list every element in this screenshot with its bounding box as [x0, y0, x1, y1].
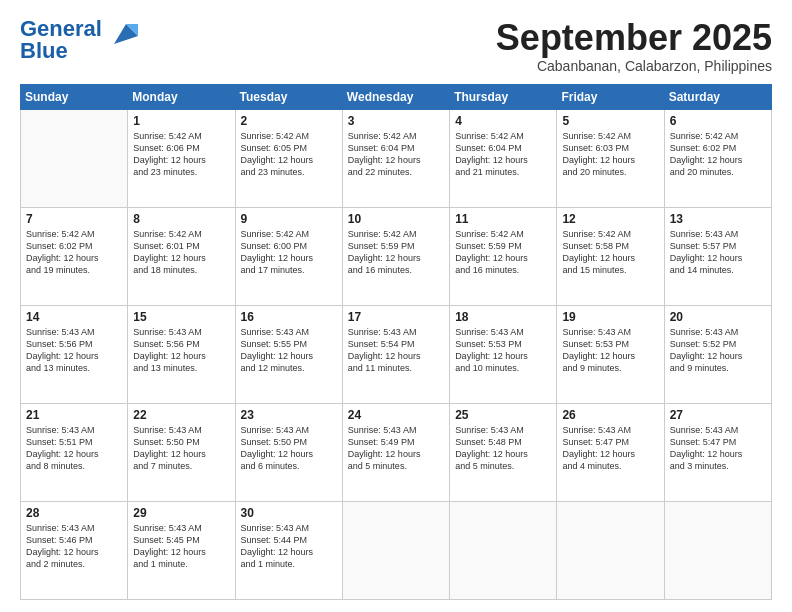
calendar-cell: 30Sunrise: 5:43 AM Sunset: 5:44 PM Dayli… [235, 501, 342, 599]
day-number: 19 [562, 310, 658, 324]
calendar-cell: 19Sunrise: 5:43 AM Sunset: 5:53 PM Dayli… [557, 305, 664, 403]
calendar-cell: 6Sunrise: 5:42 AM Sunset: 6:02 PM Daylig… [664, 109, 771, 207]
day-info: Sunrise: 5:42 AM Sunset: 6:00 PM Dayligh… [241, 228, 337, 277]
day-number: 4 [455, 114, 551, 128]
weekday-header-row: SundayMondayTuesdayWednesdayThursdayFrid… [21, 84, 772, 109]
logo: GeneralBlue [20, 18, 138, 62]
day-number: 25 [455, 408, 551, 422]
day-info: Sunrise: 5:42 AM Sunset: 6:01 PM Dayligh… [133, 228, 229, 277]
calendar-cell [342, 501, 449, 599]
calendar-cell: 2Sunrise: 5:42 AM Sunset: 6:05 PM Daylig… [235, 109, 342, 207]
day-number: 23 [241, 408, 337, 422]
day-info: Sunrise: 5:43 AM Sunset: 5:55 PM Dayligh… [241, 326, 337, 375]
calendar-cell [557, 501, 664, 599]
day-number: 22 [133, 408, 229, 422]
day-info: Sunrise: 5:43 AM Sunset: 5:56 PM Dayligh… [133, 326, 229, 375]
title-block: September 2025 Cabanbanan, Calabarzon, P… [496, 18, 772, 74]
calendar-cell: 18Sunrise: 5:43 AM Sunset: 5:53 PM Dayli… [450, 305, 557, 403]
calendar-table: SundayMondayTuesdayWednesdayThursdayFrid… [20, 84, 772, 600]
day-info: Sunrise: 5:43 AM Sunset: 5:56 PM Dayligh… [26, 326, 122, 375]
day-info: Sunrise: 5:43 AM Sunset: 5:46 PM Dayligh… [26, 522, 122, 571]
week-row-3: 14Sunrise: 5:43 AM Sunset: 5:56 PM Dayli… [21, 305, 772, 403]
day-number: 21 [26, 408, 122, 422]
weekday-wednesday: Wednesday [342, 84, 449, 109]
calendar-cell [450, 501, 557, 599]
day-info: Sunrise: 5:43 AM Sunset: 5:47 PM Dayligh… [562, 424, 658, 473]
week-row-1: 1Sunrise: 5:42 AM Sunset: 6:06 PM Daylig… [21, 109, 772, 207]
day-info: Sunrise: 5:43 AM Sunset: 5:54 PM Dayligh… [348, 326, 444, 375]
calendar-cell: 14Sunrise: 5:43 AM Sunset: 5:56 PM Dayli… [21, 305, 128, 403]
day-info: Sunrise: 5:43 AM Sunset: 5:50 PM Dayligh… [133, 424, 229, 473]
header: GeneralBlue September 2025 Cabanbanan, C… [20, 18, 772, 74]
calendar-cell: 21Sunrise: 5:43 AM Sunset: 5:51 PM Dayli… [21, 403, 128, 501]
day-number: 29 [133, 506, 229, 520]
calendar-cell: 12Sunrise: 5:42 AM Sunset: 5:58 PM Dayli… [557, 207, 664, 305]
day-number: 1 [133, 114, 229, 128]
day-info: Sunrise: 5:43 AM Sunset: 5:53 PM Dayligh… [455, 326, 551, 375]
calendar-cell: 4Sunrise: 5:42 AM Sunset: 6:04 PM Daylig… [450, 109, 557, 207]
day-number: 26 [562, 408, 658, 422]
day-info: Sunrise: 5:43 AM Sunset: 5:49 PM Dayligh… [348, 424, 444, 473]
day-number: 6 [670, 114, 766, 128]
day-number: 7 [26, 212, 122, 226]
calendar-cell: 10Sunrise: 5:42 AM Sunset: 5:59 PM Dayli… [342, 207, 449, 305]
day-info: Sunrise: 5:42 AM Sunset: 5:59 PM Dayligh… [348, 228, 444, 277]
week-row-2: 7Sunrise: 5:42 AM Sunset: 6:02 PM Daylig… [21, 207, 772, 305]
calendar-cell: 13Sunrise: 5:43 AM Sunset: 5:57 PM Dayli… [664, 207, 771, 305]
day-number: 3 [348, 114, 444, 128]
day-number: 24 [348, 408, 444, 422]
calendar-cell: 17Sunrise: 5:43 AM Sunset: 5:54 PM Dayli… [342, 305, 449, 403]
day-info: Sunrise: 5:42 AM Sunset: 6:02 PM Dayligh… [26, 228, 122, 277]
weekday-saturday: Saturday [664, 84, 771, 109]
calendar-subtitle: Cabanbanan, Calabarzon, Philippines [496, 58, 772, 74]
day-info: Sunrise: 5:42 AM Sunset: 6:03 PM Dayligh… [562, 130, 658, 179]
calendar-cell: 29Sunrise: 5:43 AM Sunset: 5:45 PM Dayli… [128, 501, 235, 599]
day-number: 5 [562, 114, 658, 128]
day-number: 12 [562, 212, 658, 226]
day-number: 27 [670, 408, 766, 422]
logo-icon [106, 16, 138, 48]
page: GeneralBlue September 2025 Cabanbanan, C… [0, 0, 792, 612]
day-number: 10 [348, 212, 444, 226]
calendar-cell: 27Sunrise: 5:43 AM Sunset: 5:47 PM Dayli… [664, 403, 771, 501]
day-number: 14 [26, 310, 122, 324]
day-info: Sunrise: 5:43 AM Sunset: 5:45 PM Dayligh… [133, 522, 229, 571]
day-info: Sunrise: 5:42 AM Sunset: 6:02 PM Dayligh… [670, 130, 766, 179]
day-number: 11 [455, 212, 551, 226]
calendar-cell: 28Sunrise: 5:43 AM Sunset: 5:46 PM Dayli… [21, 501, 128, 599]
logo-text: GeneralBlue [20, 18, 102, 62]
calendar-cell: 23Sunrise: 5:43 AM Sunset: 5:50 PM Dayli… [235, 403, 342, 501]
weekday-sunday: Sunday [21, 84, 128, 109]
day-number: 17 [348, 310, 444, 324]
day-number: 15 [133, 310, 229, 324]
weekday-thursday: Thursday [450, 84, 557, 109]
day-info: Sunrise: 5:43 AM Sunset: 5:51 PM Dayligh… [26, 424, 122, 473]
calendar-cell [21, 109, 128, 207]
day-number: 16 [241, 310, 337, 324]
calendar-cell: 15Sunrise: 5:43 AM Sunset: 5:56 PM Dayli… [128, 305, 235, 403]
week-row-4: 21Sunrise: 5:43 AM Sunset: 5:51 PM Dayli… [21, 403, 772, 501]
weekday-friday: Friday [557, 84, 664, 109]
day-info: Sunrise: 5:43 AM Sunset: 5:47 PM Dayligh… [670, 424, 766, 473]
day-info: Sunrise: 5:43 AM Sunset: 5:44 PM Dayligh… [241, 522, 337, 571]
day-info: Sunrise: 5:43 AM Sunset: 5:48 PM Dayligh… [455, 424, 551, 473]
day-info: Sunrise: 5:43 AM Sunset: 5:57 PM Dayligh… [670, 228, 766, 277]
calendar-cell: 24Sunrise: 5:43 AM Sunset: 5:49 PM Dayli… [342, 403, 449, 501]
day-info: Sunrise: 5:43 AM Sunset: 5:53 PM Dayligh… [562, 326, 658, 375]
calendar-cell: 9Sunrise: 5:42 AM Sunset: 6:00 PM Daylig… [235, 207, 342, 305]
day-number: 18 [455, 310, 551, 324]
weekday-monday: Monday [128, 84, 235, 109]
calendar-cell: 3Sunrise: 5:42 AM Sunset: 6:04 PM Daylig… [342, 109, 449, 207]
calendar-cell: 22Sunrise: 5:43 AM Sunset: 5:50 PM Dayli… [128, 403, 235, 501]
day-number: 13 [670, 212, 766, 226]
calendar-cell: 25Sunrise: 5:43 AM Sunset: 5:48 PM Dayli… [450, 403, 557, 501]
calendar-cell [664, 501, 771, 599]
day-number: 28 [26, 506, 122, 520]
day-number: 30 [241, 506, 337, 520]
calendar-cell: 5Sunrise: 5:42 AM Sunset: 6:03 PM Daylig… [557, 109, 664, 207]
day-number: 8 [133, 212, 229, 226]
calendar-cell: 11Sunrise: 5:42 AM Sunset: 5:59 PM Dayli… [450, 207, 557, 305]
day-number: 2 [241, 114, 337, 128]
day-number: 9 [241, 212, 337, 226]
day-info: Sunrise: 5:42 AM Sunset: 6:06 PM Dayligh… [133, 130, 229, 179]
